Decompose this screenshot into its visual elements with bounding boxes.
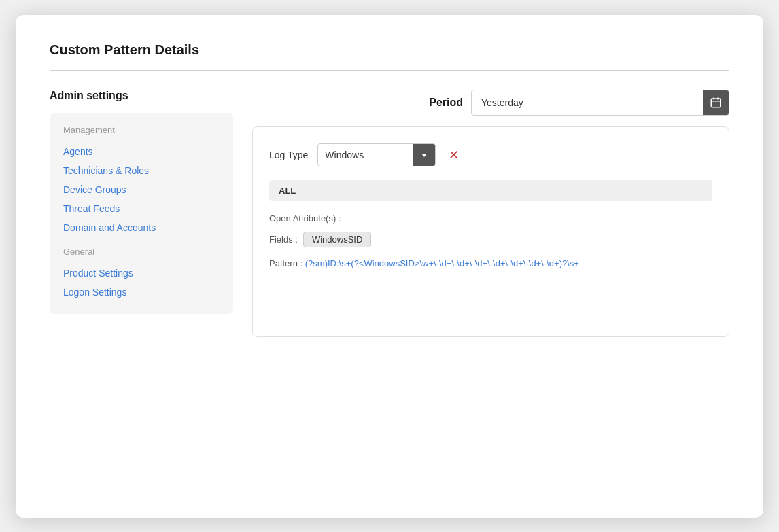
general-section-label: General — [60, 247, 222, 257]
close-icon-button[interactable]: ✕ — [445, 147, 462, 163]
log-type-label: Log Type — [269, 149, 308, 160]
content-row: Admin settings Management Agents Technic… — [50, 90, 729, 337]
pattern-label: Pattern : — [269, 258, 302, 268]
calendar-icon — [710, 96, 722, 109]
fields-label: Fields : — [269, 234, 298, 245]
log-type-select[interactable]: Windows Linux Mac — [318, 149, 413, 160]
svg-marker-4 — [421, 154, 427, 157]
sidebar-item-device-groups[interactable]: Device Groups — [60, 180, 222, 199]
sidebar-item-technicians-roles[interactable]: Technicians & Roles — [60, 161, 222, 180]
period-input[interactable] — [472, 92, 703, 113]
period-input-wrap — [471, 90, 729, 116]
admin-settings-title: Admin settings — [50, 90, 233, 102]
calendar-button[interactable] — [703, 90, 729, 115]
field-tag: WindowsSID — [303, 232, 371, 247]
period-row: Period — [252, 90, 729, 116]
pattern-row: Pattern : (?sm)ID:\s+(?<WindowsSID>\w+\-… — [269, 257, 712, 270]
close-icon: ✕ — [449, 147, 459, 162]
right-panel: Period Log Ty — [252, 90, 729, 337]
chevron-down-icon — [413, 143, 435, 166]
all-badge: ALL — [269, 180, 712, 201]
divider — [50, 70, 729, 71]
sidebar-item-domain-accounts[interactable]: Domain and Accounts — [60, 218, 222, 237]
sidebar-item-agents[interactable]: Agents — [60, 142, 222, 161]
main-window: Custom Pattern Details Admin settings Ma… — [16, 15, 763, 518]
sidebar-item-product-settings[interactable]: Product Settings — [60, 264, 222, 283]
left-panel: Admin settings Management Agents Technic… — [50, 90, 233, 314]
main-card: Log Type Windows Linux Mac ✕ — [252, 126, 729, 337]
management-section-label: Management — [60, 125, 222, 135]
period-label: Period — [429, 96, 463, 109]
log-type-row: Log Type Windows Linux Mac ✕ — [269, 143, 712, 166]
log-type-select-wrap: Windows Linux Mac — [317, 143, 436, 166]
page-title: Custom Pattern Details — [50, 42, 729, 58]
sidebar-item-logon-settings[interactable]: Logon Settings — [60, 283, 222, 302]
fields-row: Fields : WindowsSID — [269, 232, 712, 247]
open-attributes-row: Open Attribute(s) : — [269, 213, 712, 224]
svg-rect-0 — [711, 99, 721, 107]
sidebar-item-threat-feeds[interactable]: Threat Feeds — [60, 199, 222, 218]
pattern-value: (?sm)ID:\s+(?<WindowsSID>\w+\-\d+\-\d+\-… — [305, 258, 579, 268]
sidebar-card: Management Agents Technicians & Roles De… — [50, 113, 233, 314]
open-attributes-label: Open Attribute(s) : — [269, 213, 341, 224]
